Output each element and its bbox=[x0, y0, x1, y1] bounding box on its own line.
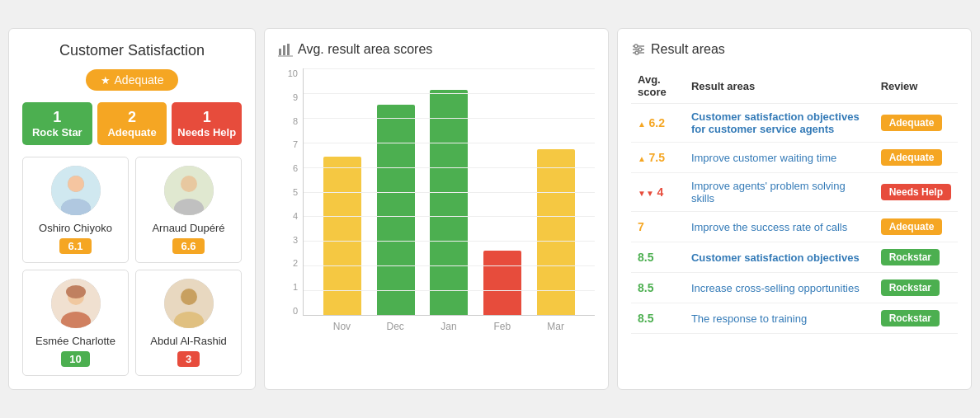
x-label-mar: Mar bbox=[537, 321, 575, 332]
stat-needs-help: 1 Needs Help bbox=[172, 102, 242, 145]
table-header-row: Avg. score Result areas Review bbox=[631, 68, 958, 104]
bar-group-jan bbox=[430, 90, 468, 315]
overall-badge-label: Adequate bbox=[115, 73, 164, 87]
agent-avatar-0 bbox=[51, 166, 101, 215]
stat-needs-help-label: Needs Help bbox=[177, 126, 237, 139]
review-cell-2: Needs Help bbox=[874, 173, 958, 212]
svg-point-6 bbox=[181, 176, 197, 192]
agent-card-2: Esmée Charlotte 10 bbox=[22, 270, 129, 376]
score-cell-3: 7 bbox=[631, 212, 685, 242]
right-panel: Result areas Avg. score Result areas Rev… bbox=[617, 28, 972, 390]
svg-rect-16 bbox=[283, 45, 285, 55]
review-cell-0: Adequate bbox=[874, 104, 958, 143]
result-table-body: ▲ 6.2Customer satisfaction objectives fo… bbox=[631, 104, 958, 334]
agent-name-2: Esmée Charlotte bbox=[31, 335, 120, 347]
agent-card-0: Oshiro Chiyoko 6.1 bbox=[22, 157, 129, 263]
score-cell-1: ▲ 7.5 bbox=[631, 143, 685, 173]
agent-score-3: 3 bbox=[177, 351, 200, 367]
review-cell-6: Rockstar bbox=[874, 303, 958, 334]
col-review: Review bbox=[874, 68, 958, 104]
svg-point-13 bbox=[181, 289, 197, 305]
y-label-4: 4 bbox=[278, 211, 298, 221]
bar-feb bbox=[483, 251, 521, 315]
svg-rect-17 bbox=[287, 44, 290, 55]
y-label-6: 6 bbox=[278, 163, 298, 173]
stats-row: 1 Rock Star 2 Adequate 1 Needs Help bbox=[22, 102, 242, 145]
y-label-2: 2 bbox=[278, 258, 298, 268]
table-row-0: ▲ 6.2Customer satisfaction objectives fo… bbox=[631, 104, 958, 143]
review-cell-1: Adequate bbox=[874, 143, 958, 173]
col-avg-score: Avg. score bbox=[631, 68, 685, 104]
table-row-6: 8.5The response to trainingRockstar bbox=[631, 303, 958, 334]
score-cell-5: 8.5 bbox=[631, 273, 685, 303]
stat-adequate-count: 2 bbox=[102, 109, 163, 126]
y-label-0: 0 bbox=[278, 306, 298, 316]
y-axis: 0 1 2 3 4 5 6 7 8 9 10 bbox=[278, 68, 298, 316]
stat-rock-star: 1 Rock Star bbox=[22, 102, 92, 145]
score-cell-2: ▼▼ 4 bbox=[631, 173, 685, 212]
area-cell-6[interactable]: The response to training bbox=[685, 303, 874, 334]
table-row-4: 8.5Customer satisfaction objectivesRocks… bbox=[631, 242, 958, 273]
main-container: Customer Satisfaction ★ Adequate 1 Rock … bbox=[8, 28, 972, 390]
area-cell-3[interactable]: Improve the success rate of calls bbox=[685, 212, 874, 242]
bar-group-dec bbox=[377, 105, 415, 315]
review-cell-5: Rockstar bbox=[874, 273, 958, 303]
area-cell-0[interactable]: Customer satisfaction objectives for cus… bbox=[685, 104, 874, 143]
bar-chart-icon bbox=[278, 42, 293, 57]
area-cell-4[interactable]: Customer satisfaction objectives bbox=[685, 242, 874, 273]
bar-group-nov bbox=[323, 157, 361, 315]
agent-card-1: Arnaud Dupéré 6.6 bbox=[135, 157, 242, 263]
y-label-9: 9 bbox=[278, 92, 298, 102]
left-panel-title: Customer Satisfaction bbox=[22, 42, 242, 59]
review-cell-3: Adequate bbox=[874, 212, 958, 242]
svg-point-24 bbox=[635, 51, 638, 54]
middle-panel: Avg. result area scores 0 1 2 3 4 5 6 7 … bbox=[264, 28, 609, 390]
y-label-5: 5 bbox=[278, 187, 298, 197]
table-row-1: ▲ 7.5Improve customer waiting timeAdequa… bbox=[631, 143, 958, 173]
area-cell-1[interactable]: Improve customer waiting time bbox=[685, 143, 874, 173]
overall-badge: ★ Adequate bbox=[86, 69, 179, 91]
x-label-jan: Jan bbox=[430, 321, 468, 332]
svg-point-23 bbox=[638, 48, 642, 51]
y-label-8: 8 bbox=[278, 116, 298, 126]
stat-rock-star-count: 1 bbox=[27, 109, 87, 126]
stat-adequate-label: Adequate bbox=[102, 126, 163, 139]
bar-jan bbox=[430, 90, 468, 315]
bar-nov bbox=[323, 157, 361, 315]
agent-score-1: 6.6 bbox=[172, 238, 204, 254]
svg-point-3 bbox=[68, 176, 84, 192]
sliders-icon bbox=[631, 42, 646, 57]
score-cell-0: ▲ 6.2 bbox=[631, 104, 685, 143]
agents-grid: Oshiro Chiyoko 6.1 Arnaud Dupéré 6.6 bbox=[22, 157, 242, 376]
agent-card-3: Abdul Al-Rashid 3 bbox=[135, 270, 242, 376]
agent-avatar-2 bbox=[51, 279, 101, 328]
svg-rect-15 bbox=[279, 49, 281, 55]
area-cell-5[interactable]: Increase cross-selling opportunities bbox=[685, 273, 874, 303]
chart-wrapper: 0 1 2 3 4 5 6 7 8 9 10 bbox=[278, 68, 595, 332]
agent-name-0: Oshiro Chiyoko bbox=[31, 222, 120, 234]
bar-mar bbox=[537, 149, 575, 315]
x-label-dec: Dec bbox=[376, 321, 414, 332]
agent-name-3: Abdul Al-Rashid bbox=[144, 335, 233, 347]
area-cell-2[interactable]: Improve agents' problem solving skills bbox=[685, 173, 874, 212]
left-panel: Customer Satisfaction ★ Adequate 1 Rock … bbox=[8, 28, 256, 390]
x-label-feb: Feb bbox=[483, 321, 521, 332]
review-cell-4: Rockstar bbox=[874, 242, 958, 273]
score-cell-6: 8.5 bbox=[631, 303, 685, 334]
result-table: Avg. score Result areas Review ▲ 6.2Cust… bbox=[631, 68, 958, 334]
right-panel-title: Result areas bbox=[631, 42, 958, 57]
stat-adequate: 2 Adequate bbox=[97, 102, 167, 145]
stat-needs-help-count: 1 bbox=[177, 109, 237, 126]
svg-point-11 bbox=[66, 285, 86, 298]
y-label-3: 3 bbox=[278, 235, 298, 245]
table-row-2: ▼▼ 4Improve agents' problem solving skil… bbox=[631, 173, 958, 212]
star-icon: ★ bbox=[101, 74, 111, 87]
y-label-1: 1 bbox=[278, 282, 298, 292]
agent-avatar-3 bbox=[164, 279, 214, 328]
stat-rock-star-label: Rock Star bbox=[27, 126, 87, 139]
bar-dec bbox=[377, 105, 415, 315]
x-axis: Nov Dec Jan Feb Mar bbox=[303, 316, 595, 332]
agent-name-1: Arnaud Dupéré bbox=[144, 222, 233, 234]
table-row-5: 8.5Increase cross-selling opportunitiesR… bbox=[631, 273, 958, 303]
chart-area bbox=[303, 68, 595, 316]
